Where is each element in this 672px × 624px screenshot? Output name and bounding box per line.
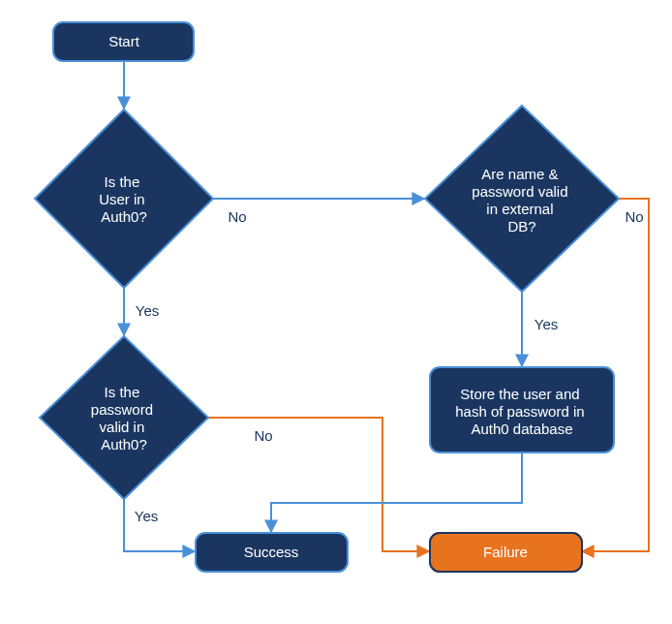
- edge-d3-no: [207, 418, 429, 551]
- label-d2-yes: Yes: [535, 316, 558, 332]
- node-success-label: Success: [244, 544, 299, 560]
- node-failure: Failure: [430, 533, 582, 572]
- node-start-label: Start: [108, 33, 140, 49]
- node-d2-external-db: Are name & password valid in external DB…: [425, 106, 619, 292]
- node-d3-password-valid: Is the password valid in Auth0?: [40, 336, 208, 499]
- label-d3-no: No: [254, 427, 272, 444]
- node-success: Success: [196, 533, 348, 572]
- node-d1-text: Is the User in Auth0?: [99, 173, 149, 225]
- flowchart: Yes No Yes No Yes No Start Is the User i…: [0, 0, 672, 624]
- edge-d3-yes: [124, 498, 195, 551]
- edge-store-to-success: [271, 453, 522, 532]
- label-d1-yes: Yes: [136, 302, 159, 319]
- node-store-text: Store the user and hash of password in A…: [455, 386, 589, 437]
- node-d1-user-in-auth0: Is the User in Auth0?: [35, 109, 213, 288]
- node-store-user: Store the user and hash of password in A…: [430, 367, 614, 452]
- node-failure-label: Failure: [483, 544, 528, 560]
- label-d3-yes: Yes: [135, 508, 158, 524]
- node-start: Start: [53, 22, 194, 61]
- label-d1-no: No: [228, 208, 246, 225]
- label-d2-no: No: [625, 208, 643, 225]
